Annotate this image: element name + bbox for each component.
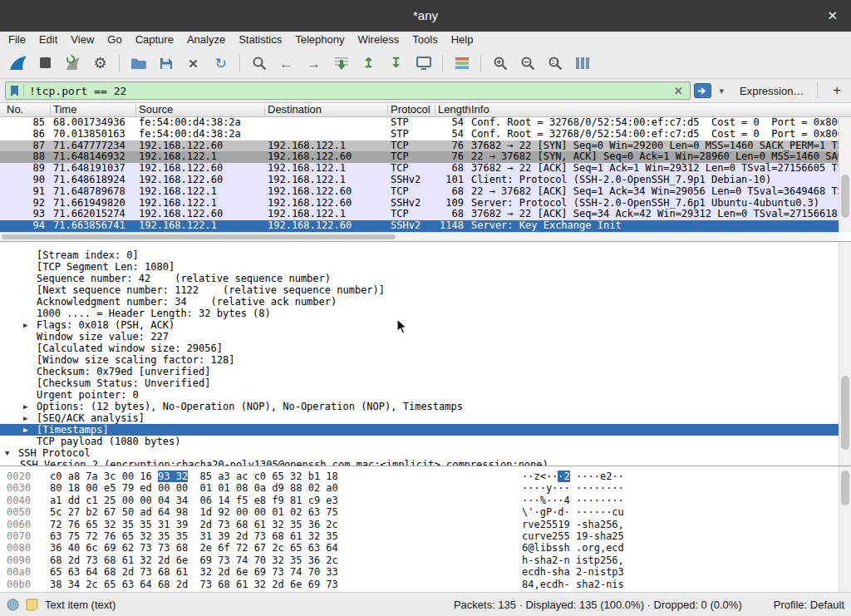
packet-row-90[interactable]: 9071.648618924192.168.122.60192.168.122.…: [0, 175, 839, 186]
column-header-destination[interactable]: Destination: [268, 103, 322, 116]
column-header-no[interactable]: No.: [7, 103, 23, 116]
detail-row[interactable]: ▶Options: (12 bytes), No-Operation (NOP)…: [0, 401, 839, 412]
packet-row-85[interactable]: 8568.001734936fe:54:00:d4:38:2aSTP54Conf…: [0, 117, 839, 129]
hex-row[interactable]: 00b038 34 2c 65 63 64 68 2d 73 68 61 32 …: [0, 579, 839, 590]
expert-info-icon[interactable]: [7, 599, 19, 611]
filter-clear-icon[interactable]: ✕: [671, 85, 686, 97]
detail-row[interactable]: Acknowledgment number: 34 (relative ack …: [0, 296, 839, 308]
detail-row[interactable]: 1000 .... = Header Length: 32 bytes (8): [0, 308, 839, 319]
restart-capture-button[interactable]: [60, 52, 86, 75]
scrollbar-thumb[interactable]: [2, 234, 396, 239]
menu-item-view[interactable]: View: [64, 32, 101, 48]
detail-row[interactable]: Window size value: 227: [0, 331, 839, 342]
detail-row[interactable]: Checksum: 0x79ed [unverified]: [0, 366, 839, 377]
scrollbar-thumb[interactable]: [841, 175, 849, 218]
go-to-packet-button[interactable]: [328, 52, 354, 75]
open-file-button[interactable]: [125, 52, 151, 75]
stop-capture-button[interactable]: [32, 52, 58, 75]
menu-item-wireless[interactable]: Wireless: [351, 32, 406, 48]
previous-packet-button[interactable]: ←: [273, 52, 299, 75]
expression-button[interactable]: Expression…: [740, 85, 804, 97]
detail-row[interactable]: [TCP Segment Len: 1080]: [0, 261, 839, 273]
first-packet-button[interactable]: ↥: [356, 52, 381, 75]
detail-row[interactable]: Urgent pointer: 0: [0, 389, 839, 401]
detail-row[interactable]: [Checksum Status: Unverified]: [0, 377, 839, 389]
hex-row[interactable]: 003080 18 00 e5 79 ed 00 00 01 01 08 0a …: [0, 482, 839, 494]
zoom-out-button[interactable]: [514, 52, 540, 75]
packet-row-88[interactable]: 8871.648146932192.168.122.1192.168.122.6…: [0, 151, 839, 163]
hex-row[interactable]: 006072 76 65 32 35 35 31 39 2d 73 68 61 …: [0, 519, 839, 530]
filter-dropdown-caret[interactable]: ▾: [715, 86, 728, 96]
column-header-source[interactable]: Source: [139, 103, 173, 116]
column-separator[interactable]: [135, 105, 136, 115]
menu-item-edit[interactable]: Edit: [32, 32, 64, 48]
detail-row[interactable]: [Stream index: 0]: [0, 249, 839, 261]
packet-row-86[interactable]: 8670.013850163fe:54:00:d4:38:2aSTP54Conf…: [0, 129, 839, 140]
column-separator[interactable]: [468, 105, 469, 115]
detail-row[interactable]: ▶[Timestamps]: [0, 424, 839, 436]
resize-columns-button[interactable]: [569, 52, 595, 75]
menu-item-telephony[interactable]: Telephony: [288, 32, 351, 48]
column-header-time[interactable]: Time: [53, 103, 76, 116]
window-close-button[interactable]: ✕: [822, 0, 843, 32]
reload-button[interactable]: ↻: [208, 52, 234, 75]
status-profile[interactable]: Profile: Default: [774, 599, 844, 611]
capture-comment-icon[interactable]: [26, 599, 38, 611]
capture-options-button[interactable]: ⚙: [87, 52, 113, 75]
detail-row[interactable]: [Calculated window size: 29056]: [0, 342, 839, 354]
hex-row[interactable]: 00a065 63 64 68 2d 73 68 61 32 2d 6e 69 …: [0, 566, 839, 578]
packet-list-horizontal-scrollbar[interactable]: [0, 232, 839, 241]
expander-open-icon[interactable]: ▼: [5, 447, 9, 459]
detail-row[interactable]: ▶Flags: 0x018 (PSH, ACK): [0, 319, 839, 331]
scrollbar-thumb[interactable]: [841, 471, 849, 505]
detail-row[interactable]: ▶[SEQ/ACK analysis]: [0, 412, 839, 424]
detail-row[interactable]: ▼SSH Protocol: [0, 447, 839, 459]
find-packet-button[interactable]: [246, 52, 272, 75]
column-separator[interactable]: [264, 105, 265, 115]
bytes-vertical-scrollbar[interactable]: [839, 466, 851, 592]
detail-row[interactable]: [Next sequence number: 1122 (relative se…: [0, 284, 839, 296]
detail-row[interactable]: [Window size scaling factor: 128]: [0, 354, 839, 366]
scrollbar-thumb[interactable]: [841, 376, 849, 450]
hex-row[interactable]: 0040a1 dd c1 25 00 00 04 34 06 14 f5 e8 …: [0, 495, 839, 506]
last-packet-button[interactable]: ↧: [383, 52, 409, 75]
packet-row-91[interactable]: 9171.648789678192.168.122.1192.168.122.6…: [0, 186, 839, 198]
column-separator[interactable]: [435, 105, 435, 115]
column-separator[interactable]: [387, 105, 388, 115]
filter-add-button[interactable]: +: [828, 82, 846, 99]
menu-item-tools[interactable]: Tools: [406, 32, 444, 48]
column-header-info[interactable]: Info: [471, 103, 489, 116]
start-capture-button[interactable]: [5, 52, 31, 75]
hex-row[interactable]: 009068 2d 73 68 61 32 2d 6e 69 73 74 70 …: [0, 554, 839, 566]
menu-item-statistics[interactable]: Statistics: [232, 32, 288, 48]
filter-input[interactable]: !tcp.port == 22 ✕: [5, 81, 691, 100]
zoom-100-button[interactable]: 1:1: [542, 52, 568, 75]
hex-row[interactable]: 007063 75 72 76 65 32 35 35 31 39 2d 73 …: [0, 530, 839, 542]
packet-list-vertical-scrollbar[interactable]: [839, 117, 851, 232]
column-header-protocol[interactable]: Protocol: [391, 103, 430, 116]
menu-item-capture[interactable]: Capture: [129, 32, 180, 48]
details-vertical-scrollbar[interactable]: [839, 242, 851, 466]
column-header-length[interactable]: Length: [438, 103, 471, 116]
zoom-in-button[interactable]: [487, 52, 513, 75]
hex-row[interactable]: 008036 40 6c 69 62 73 73 68 2e 6f 72 67 …: [0, 542, 839, 554]
colorize-button[interactable]: [449, 52, 475, 75]
next-packet-button[interactable]: →: [301, 52, 327, 75]
menu-item-go[interactable]: Go: [101, 32, 128, 48]
packet-row-94[interactable]: 9471.663856741192.168.122.1192.168.122.6…: [0, 220, 839, 232]
packet-row-89[interactable]: 8971.648191037192.168.122.60192.168.122.…: [0, 163, 839, 175]
hex-row[interactable]: 00505c 27 b2 67 50 ad 64 98 1d 92 00 00 …: [0, 506, 839, 518]
filter-apply-button[interactable]: [694, 83, 712, 98]
expander-closed-icon[interactable]: ▶: [23, 319, 27, 331]
column-separator[interactable]: [50, 105, 51, 115]
close-file-button[interactable]: ✕: [180, 52, 206, 75]
expander-closed-icon[interactable]: ▶: [23, 424, 27, 436]
detail-row[interactable]: TCP payload (1080 bytes): [0, 436, 839, 447]
menu-item-help[interactable]: Help: [445, 32, 480, 48]
auto-scroll-button[interactable]: [411, 52, 436, 75]
hex-row[interactable]: 0020c0 a8 7a 3c 00 16 93 32 85 a3 ac c0 …: [0, 471, 839, 482]
packet-row-87[interactable]: 8771.647777234192.168.122.60192.168.122.…: [0, 140, 839, 152]
packet-row-92[interactable]: 9271.661949820192.168.122.1192.168.122.6…: [0, 198, 839, 209]
menu-item-file[interactable]: File: [2, 32, 32, 48]
save-file-button[interactable]: [153, 52, 179, 75]
